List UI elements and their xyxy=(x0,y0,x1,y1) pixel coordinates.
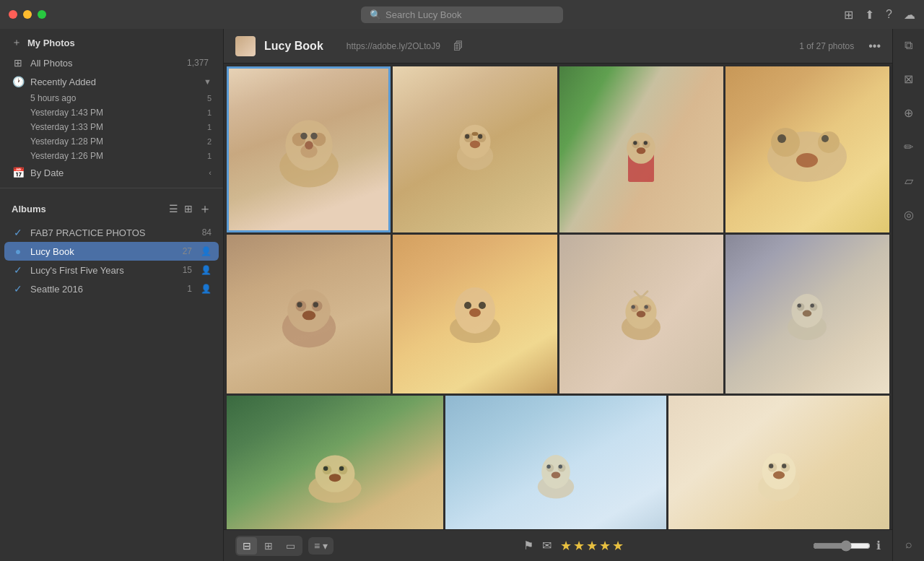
svg-point-77 xyxy=(769,464,773,468)
star-rating[interactable]: ★ ★ ★ ★ ★ xyxy=(560,538,624,554)
zoom-slider[interactable] xyxy=(813,540,871,552)
photo-cell-10[interactable] xyxy=(445,396,666,529)
star-2[interactable]: ★ xyxy=(573,538,585,554)
photo-cell-3[interactable] xyxy=(559,66,723,232)
chevron-left-icon: ‹ xyxy=(209,168,212,177)
view-single-button[interactable]: ▭ xyxy=(280,537,301,555)
album-check-icon: ✓ xyxy=(12,227,25,238)
recently-added-sub-item[interactable]: Yesterday 1:28 PM2 xyxy=(0,134,223,149)
photo-cell-11[interactable] xyxy=(668,396,889,529)
photo-cell-1[interactable] xyxy=(227,66,391,232)
photo-cell-4[interactable] xyxy=(725,66,889,232)
photo-count: 1 of 27 photos xyxy=(799,41,854,51)
svg-point-7 xyxy=(305,141,313,149)
recently-added-sub-item[interactable]: Yesterday 1:43 PM1 xyxy=(0,105,223,120)
all-photos-count: 1,377 xyxy=(187,58,209,68)
adjustments-icon[interactable]: ⧉ xyxy=(900,35,917,56)
album-count: 15 xyxy=(183,265,192,275)
svg-point-78 xyxy=(782,464,786,468)
tag-icon[interactable]: ⌕ xyxy=(901,534,917,555)
help-icon[interactable]: ? xyxy=(886,8,892,21)
crop-icon[interactable]: ⊠ xyxy=(899,68,918,90)
fullscreen-button[interactable] xyxy=(38,10,46,19)
album-item[interactable]: ✓Lucy's First Five Years15👤 xyxy=(0,261,223,279)
view-detail-grid-button[interactable]: ⊟ xyxy=(237,537,257,555)
traffic-lights xyxy=(9,10,46,19)
svg-point-60 xyxy=(315,456,355,492)
main-layout: ＋ My Photos ⊞ All Photos 1,377 🕐 Recentl… xyxy=(0,29,924,561)
recently-added-icon: 🕐 xyxy=(12,76,25,87)
svg-point-12 xyxy=(465,134,469,139)
by-date-icon: 📅 xyxy=(12,167,25,178)
photo-grid xyxy=(224,64,892,529)
minimize-button[interactable] xyxy=(23,10,32,19)
svg-point-22 xyxy=(644,141,648,144)
more-options-button[interactable]: ••• xyxy=(868,40,881,53)
close-button[interactable] xyxy=(9,10,17,19)
albums-view-list-icon[interactable]: ☰ xyxy=(169,203,178,214)
photo-cell-5[interactable] xyxy=(227,235,391,393)
albums-view-grid-icon[interactable]: ⊞ xyxy=(184,203,193,214)
svg-point-34 xyxy=(297,302,302,307)
sidebar: ＋ My Photos ⊞ All Photos 1,377 🕐 Recentl… xyxy=(0,29,224,561)
svg-point-64 xyxy=(339,466,344,471)
star-4[interactable]: ★ xyxy=(599,538,611,554)
svg-point-4 xyxy=(300,144,317,158)
sidebar-item-by-date[interactable]: 📅 By Date ‹ xyxy=(0,163,223,182)
svg-point-56 xyxy=(798,304,801,308)
photos-section-icon: ＋ xyxy=(12,36,22,49)
content-album-title: Lucy Book xyxy=(264,40,323,53)
svg-point-3 xyxy=(312,133,326,147)
svg-point-48 xyxy=(645,305,648,308)
svg-point-14 xyxy=(470,140,480,148)
album-count: 1 xyxy=(187,284,192,294)
add-album-button[interactable]: ＋ xyxy=(199,200,212,217)
sort-button[interactable]: ≡ ▾ xyxy=(308,537,334,555)
view-mode-group: ⊟ ⊞ ▭ xyxy=(235,536,302,556)
pen-icon[interactable]: ✏ xyxy=(899,136,918,158)
toolbar-center: ⚑ ✉ ★ ★ ★ ★ ★ xyxy=(339,538,807,554)
healing-icon[interactable]: ⊕ xyxy=(899,102,918,124)
photo-cell-9[interactable] xyxy=(227,396,443,529)
info-button[interactable]: ℹ xyxy=(876,539,881,552)
cloud-icon[interactable]: ☁ xyxy=(904,8,915,22)
svg-point-47 xyxy=(632,305,635,308)
photo-cell-2[interactable] xyxy=(393,66,557,232)
album-item[interactable]: ✓FAB7 PRACTICE PHOTOS84 xyxy=(0,223,223,242)
recently-added-sub-item[interactable]: Yesterday 1:33 PM1 xyxy=(0,120,223,134)
sidebar-item-recently-added[interactable]: 🕐 Recently Added ▼ xyxy=(0,72,223,91)
photo-cell-6[interactable] xyxy=(393,235,557,393)
album-item[interactable]: ✓Seattle 20161👤 xyxy=(0,279,223,298)
sub-item-label: Yesterday 1:33 PM xyxy=(30,122,201,132)
photo-cell-7[interactable] xyxy=(559,235,723,393)
recently-added-sub-item[interactable]: 5 hours ago5 xyxy=(0,91,223,105)
svg-point-41 xyxy=(479,302,486,309)
message-icon[interactable]: ✉ xyxy=(542,539,552,552)
share-icon[interactable]: ⬆ xyxy=(865,8,874,22)
sub-item-count: 1 xyxy=(207,152,212,160)
view-grid-button[interactable]: ⊞ xyxy=(258,537,279,555)
recently-added-sub-item[interactable]: Yesterday 1:26 PM1 xyxy=(0,149,223,163)
svg-point-25 xyxy=(771,128,800,157)
copy-url-button[interactable]: 🗐 xyxy=(453,40,463,52)
square-icon[interactable]: ▱ xyxy=(900,170,918,192)
star-1[interactable]: ★ xyxy=(560,538,572,554)
sidebar-item-all-photos[interactable]: ⊞ All Photos 1,377 xyxy=(0,53,223,72)
titlebar-actions: ⊞ ⬆ ? ☁ xyxy=(844,8,915,22)
sub-item-count: 2 xyxy=(207,137,212,146)
search-input[interactable] xyxy=(385,9,554,20)
right-sidebar: ⧉ ⊠ ⊕ ✏ ▱ ◎ ⌕ xyxy=(892,29,924,561)
filter-icon[interactable]: ⊞ xyxy=(844,8,853,22)
search-bar[interactable]: 🔍 xyxy=(361,6,563,23)
album-check-icon: ✓ xyxy=(12,283,25,295)
photo-cell-8[interactable] xyxy=(725,235,889,393)
star-5[interactable]: ★ xyxy=(612,538,624,554)
flag-icon[interactable]: ⚑ xyxy=(523,539,533,552)
my-photos-label: My Photos xyxy=(27,38,75,48)
star-3[interactable]: ★ xyxy=(586,538,598,554)
albums-list: ✓FAB7 PRACTICE PHOTOS84●Lucy Book27👤✓Luc… xyxy=(0,223,223,298)
album-item[interactable]: ●Lucy Book27👤 xyxy=(4,242,219,261)
svg-point-5 xyxy=(300,133,307,139)
circle-icon[interactable]: ◎ xyxy=(899,204,918,226)
svg-point-27 xyxy=(777,134,786,143)
